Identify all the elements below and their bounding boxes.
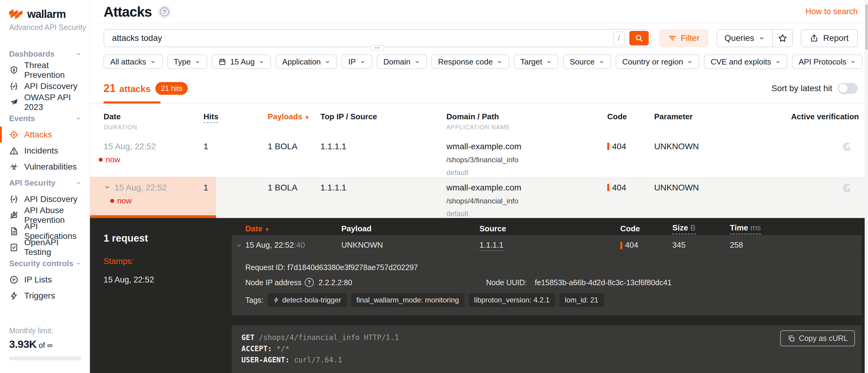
braces-check-icon [9, 82, 19, 91]
filter-button[interactable]: Filter [659, 29, 709, 47]
sidebar-item-ip-lists[interactable]: IP IP Lists [0, 272, 90, 288]
filter-chip-all-attacks[interactable]: All attacks [103, 55, 163, 69]
chevron-down-icon [325, 59, 331, 65]
filter-chip-country[interactable]: Country or region [616, 55, 700, 69]
favorite-query-button[interactable] [773, 30, 792, 46]
attack-payloads: 1 BOLA [268, 183, 320, 218]
tags-line: Tags: detect-bola-trigger final_wallarm_… [245, 293, 862, 307]
how-to-search-link[interactable]: How to search [805, 7, 858, 17]
detail-requests-table: Date ▼ Payload Source Code Size B Time m… [232, 218, 868, 373]
attack-row-1[interactable]: 15 Aug, 22:52 now 1 1 BOLA 1.1.1.1 wmall… [90, 136, 868, 177]
request-time: 258 [730, 240, 862, 250]
sidebar-item-incidents[interactable]: Incidents [0, 143, 90, 159]
page-header: Attacks ? How to search [90, 0, 868, 24]
sidebar-item-openapi-testing[interactable]: OpenAPI Testing [0, 239, 90, 255]
detail-request-card: 15 Aug, 22:52:40 UNKNOWN 1.1.1.1 404 345… [232, 235, 862, 315]
sidebar-item-vulnerabilities[interactable]: ☣ Vulnerabilities [0, 159, 90, 175]
sidebar-item-api-discovery[interactable]: API Discovery [0, 78, 90, 94]
queries-button-group: Queries [717, 29, 793, 47]
monthly-limit-label: Monthly limit: [9, 327, 81, 335]
sidebar-section-security-controls[interactable]: Security controls [0, 255, 90, 272]
sidebar-item-attacks[interactable]: Attacks [0, 127, 90, 143]
chevron-down-icon [75, 51, 82, 57]
tab-attacks-count[interactable]: 21 attacks [103, 82, 151, 95]
page-scrollbar[interactable] [865, 0, 868, 373]
filter-chip-api-protocols[interactable]: API Protocols [792, 55, 863, 69]
copy-as-curl-button[interactable]: Copy as cURL [780, 330, 855, 346]
filter-chip-date[interactable]: 15 Aug [212, 55, 271, 69]
report-button[interactable]: Report [801, 29, 858, 47]
scrollbar-thumb[interactable] [865, 4, 868, 50]
request-date: 15 Aug, 22:52 [245, 240, 294, 249]
filter-chip-ip[interactable]: IP [342, 55, 372, 69]
detail-column-date[interactable]: Date ▼ [232, 224, 341, 234]
request-size: 345 [672, 240, 730, 250]
filter-chip-cve[interactable]: CVE and exploits [704, 55, 787, 69]
detail-column-source: Source [479, 224, 620, 234]
sidebar-item-api-discovery-2[interactable]: API Discovery [0, 191, 90, 207]
search-button[interactable] [629, 31, 649, 45]
stamp-value: 15 Aug, 22:52 [103, 275, 232, 285]
detail-column-time[interactable]: Time ms [730, 223, 862, 234]
chevron-down-icon [850, 59, 856, 65]
verification-spinner-icon [842, 142, 852, 152]
search-icon [635, 34, 643, 42]
attack-row-2-expanded[interactable]: 15 Aug, 22:52 now 1 1 BOLA 1.1.1.1 wmall… [90, 177, 868, 218]
filter-chip-response-code[interactable]: Response code [431, 55, 509, 69]
sidebar-item-api-specifications[interactable]: API Specifications [0, 223, 90, 239]
active-verification-cell[interactable] [771, 183, 859, 218]
sidebar-item-triggers[interactable]: Triggers [0, 288, 90, 304]
filter-chip-application[interactable]: Application [276, 55, 337, 69]
tag-detect-bola-trigger[interactable]: detect-bola-trigger [268, 293, 347, 307]
search-input[interactable] [112, 33, 613, 43]
live-dot-icon [110, 199, 114, 203]
filter-chip-type[interactable]: Type [167, 55, 207, 69]
sort-desc-icon: ▼ [304, 115, 310, 121]
attack-hits: 1 [204, 183, 268, 218]
collapse-chevron-icon[interactable] [235, 242, 243, 249]
tag-final-wallarm-mode[interactable]: final_wallarm_mode: monitoring [351, 293, 465, 307]
column-header-top-ip: Top IP / Source [320, 112, 446, 131]
tag-lom-id[interactable]: lom_id: 21 [559, 293, 604, 307]
queries-button[interactable]: Queries [717, 30, 772, 46]
code-severity-bar [620, 242, 622, 249]
plane-icon [9, 97, 19, 107]
tab-underline [90, 103, 868, 103]
filter-chip-source[interactable]: Source [563, 55, 611, 69]
column-header-active-verification: Active verification [771, 112, 859, 131]
filter-chip-target[interactable]: Target [514, 55, 558, 69]
page-title: Attacks [103, 4, 152, 20]
sort-by-latest-hit-label: Sort by latest hit [771, 84, 832, 93]
target-icon [9, 130, 19, 139]
filter-chip-domain[interactable]: Domain [377, 55, 427, 69]
sidebar-item-threat-prevention[interactable]: Threat Prevention [0, 62, 90, 78]
sidebar-section-events[interactable]: Events [0, 110, 90, 127]
detail-request-row[interactable]: 15 Aug, 22:52:40 UNKNOWN 1.1.1.1 404 345… [232, 235, 862, 255]
wallarm-logo-icon [9, 9, 23, 20]
sidebar-item-owasp-api-2023[interactable]: OWASP API 2023 [0, 94, 90, 110]
active-verification-cell[interactable] [771, 142, 859, 177]
chevron-down-icon [414, 59, 420, 65]
node-uuid-line: Node UUID: fe15853b-a66b-4d2d-8c3c-13cf6… [486, 278, 862, 287]
request-source[interactable]: 1.1.1.1 [479, 240, 620, 250]
collapse-chevron-icon[interactable] [103, 184, 111, 191]
chevron-down-icon [195, 59, 200, 65]
main-content: Attacks ? How to search / ••• Filter Que… [90, 0, 868, 373]
tag-libproton-version[interactable]: libproton_version: 4.2.1 [468, 293, 555, 307]
stamps-label: Stamps: [103, 257, 232, 266]
column-header-payloads[interactable]: Payloads ▼ [268, 112, 320, 131]
chevron-down-icon [360, 59, 366, 65]
sidebar-item-api-abuse-prevention[interactable]: API Abuse Prevention [0, 207, 90, 223]
sort-toggle[interactable] [838, 83, 858, 94]
sidebar-section-api-security[interactable]: API Security [0, 175, 90, 191]
question-circle-icon[interactable]: ? [305, 278, 314, 287]
request-header-user-agent: USER-AGENT: curl/7.64.1 [241, 354, 849, 366]
column-header-hits[interactable]: Hits [204, 112, 268, 131]
help-icon[interactable]: ? [158, 5, 171, 19]
sidebar-section-dashboards[interactable]: Dashboards [0, 46, 90, 62]
attack-path: /shops/4/financial_info [446, 197, 607, 205]
search-resize-handle[interactable]: ••• [370, 45, 384, 51]
brand-logo[interactable]: wallarm [0, 8, 90, 21]
detail-column-size[interactable]: Size B [672, 223, 730, 234]
ip-circle-icon: IP [9, 275, 19, 285]
